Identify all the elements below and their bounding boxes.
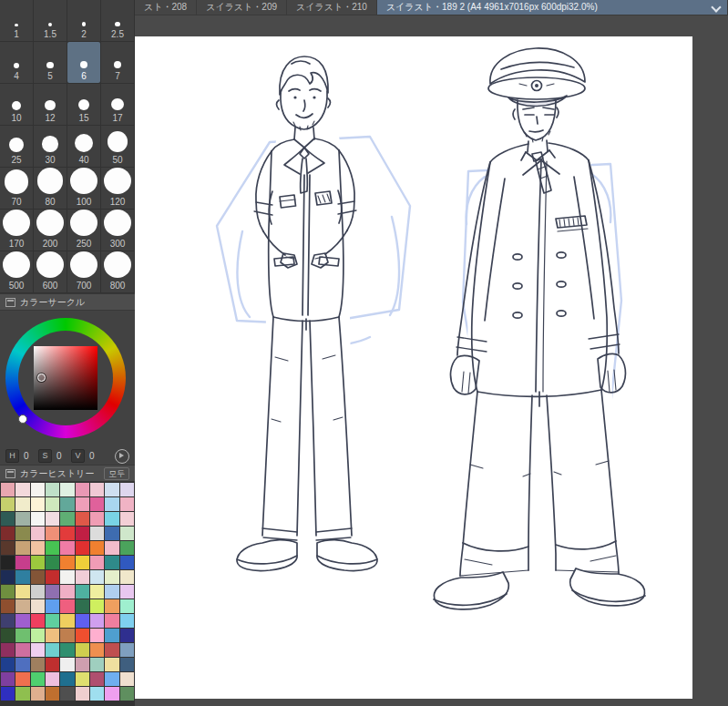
document-tab[interactable]: スイラスト・210 xyxy=(287,0,377,15)
color-swatch[interactable] xyxy=(15,643,29,657)
color-swatch[interactable] xyxy=(120,570,134,584)
color-swatch[interactable] xyxy=(90,541,104,555)
color-swatch[interactable] xyxy=(1,585,15,599)
sv-square[interactable] xyxy=(34,346,97,410)
color-swatch[interactable] xyxy=(15,672,29,686)
color-swatch[interactable] xyxy=(31,527,45,540)
color-swatch[interactable] xyxy=(105,527,118,540)
brush-size-cell[interactable]: 5 xyxy=(34,42,67,83)
color-swatch[interactable] xyxy=(105,687,118,701)
color-swatch[interactable] xyxy=(90,643,104,657)
color-swatch[interactable] xyxy=(60,629,74,642)
color-swatch[interactable] xyxy=(120,672,134,686)
color-swatch[interactable] xyxy=(105,672,118,686)
color-swatch[interactable] xyxy=(120,599,134,613)
color-swatch[interactable] xyxy=(76,614,89,628)
color-mode-toggle-icon[interactable] xyxy=(115,449,129,464)
color-swatch[interactable] xyxy=(46,672,59,686)
color-swatch[interactable] xyxy=(90,556,104,569)
color-swatch[interactable] xyxy=(105,658,118,671)
brush-size-cell[interactable]: 2 xyxy=(67,0,100,41)
color-swatch[interactable] xyxy=(1,658,15,671)
color-swatch[interactable] xyxy=(76,512,89,526)
color-swatch[interactable] xyxy=(120,483,134,496)
color-swatch[interactable] xyxy=(31,483,45,496)
color-swatch[interactable] xyxy=(46,614,59,628)
color-swatch[interactable] xyxy=(90,614,104,628)
color-swatch[interactable] xyxy=(1,483,15,496)
color-swatch[interactable] xyxy=(1,643,15,657)
color-swatch[interactable] xyxy=(15,629,29,642)
color-swatch[interactable] xyxy=(46,687,59,701)
color-swatch[interactable] xyxy=(15,527,29,540)
color-swatch[interactable] xyxy=(60,527,74,540)
sv-indicator[interactable] xyxy=(37,373,46,382)
color-swatch[interactable] xyxy=(105,599,118,613)
brush-size-cell[interactable]: 12 xyxy=(34,84,67,125)
color-swatch[interactable] xyxy=(76,672,89,686)
color-swatch[interactable] xyxy=(60,687,74,701)
color-swatch[interactable] xyxy=(15,570,29,584)
color-swatch[interactable] xyxy=(76,687,89,701)
color-swatch[interactable] xyxy=(46,527,59,540)
color-swatch[interactable] xyxy=(46,658,59,671)
brush-size-cell[interactable]: 50 xyxy=(101,126,134,167)
canvas[interactable] xyxy=(135,36,692,699)
brush-size-cell[interactable]: 120 xyxy=(101,168,134,209)
color-swatch[interactable] xyxy=(76,483,89,496)
color-swatch[interactable] xyxy=(60,658,74,671)
brush-size-cell[interactable]: 10 xyxy=(0,84,33,125)
brush-size-cell[interactable]: 40 xyxy=(67,126,100,167)
color-swatch[interactable] xyxy=(31,556,45,569)
color-swatch[interactable] xyxy=(46,556,59,569)
color-swatch[interactable] xyxy=(1,512,15,526)
color-swatch[interactable] xyxy=(120,497,134,511)
color-swatch[interactable] xyxy=(46,599,59,613)
color-swatch[interactable] xyxy=(60,512,74,526)
color-swatch[interactable] xyxy=(60,497,74,511)
color-swatch[interactable] xyxy=(46,629,59,642)
color-swatch[interactable] xyxy=(105,541,118,555)
color-swatch[interactable] xyxy=(60,541,74,555)
color-swatch[interactable] xyxy=(31,599,45,613)
hue-ring[interactable] xyxy=(5,318,126,438)
saturation-value[interactable]: 0 xyxy=(56,451,64,461)
color-swatch[interactable] xyxy=(15,556,29,569)
color-swatch[interactable] xyxy=(90,512,104,526)
color-swatch[interactable] xyxy=(90,497,104,511)
color-swatch[interactable] xyxy=(31,541,45,555)
color-swatch[interactable] xyxy=(76,643,89,657)
color-swatch[interactable] xyxy=(31,658,45,671)
color-swatch[interactable] xyxy=(1,614,15,628)
color-swatch[interactable] xyxy=(76,629,89,642)
color-swatch[interactable] xyxy=(105,497,118,511)
brush-size-cell[interactable]: 100 xyxy=(67,168,100,209)
color-swatch[interactable] xyxy=(90,483,104,496)
color-swatch[interactable] xyxy=(105,585,118,599)
color-swatch[interactable] xyxy=(76,570,89,584)
color-history-filter-tab[interactable]: 모두 xyxy=(104,467,129,480)
brush-size-cell[interactable]: 250 xyxy=(67,210,100,251)
color-swatch[interactable] xyxy=(1,541,15,555)
color-swatch[interactable] xyxy=(76,556,89,569)
color-swatch[interactable] xyxy=(76,527,89,540)
color-swatch[interactable] xyxy=(31,585,45,599)
color-swatch[interactable] xyxy=(1,497,15,511)
document-tab[interactable]: スト・208 xyxy=(135,0,197,15)
color-swatch[interactable] xyxy=(120,643,134,657)
color-swatch[interactable] xyxy=(76,541,89,555)
color-swatch[interactable] xyxy=(120,527,134,540)
color-swatch[interactable] xyxy=(60,483,74,496)
color-swatch[interactable] xyxy=(120,585,134,599)
color-swatch[interactable] xyxy=(15,658,29,671)
color-swatch[interactable] xyxy=(1,687,15,701)
color-swatch[interactable] xyxy=(90,687,104,701)
color-swatch[interactable] xyxy=(15,614,29,628)
color-swatch[interactable] xyxy=(1,672,15,686)
color-swatch[interactable] xyxy=(90,658,104,671)
brush-size-cell[interactable]: 7 xyxy=(101,42,134,83)
color-swatch[interactable] xyxy=(46,643,59,657)
color-swatch[interactable] xyxy=(1,570,15,584)
color-swatch[interactable] xyxy=(90,570,104,584)
color-swatch[interactable] xyxy=(60,672,74,686)
